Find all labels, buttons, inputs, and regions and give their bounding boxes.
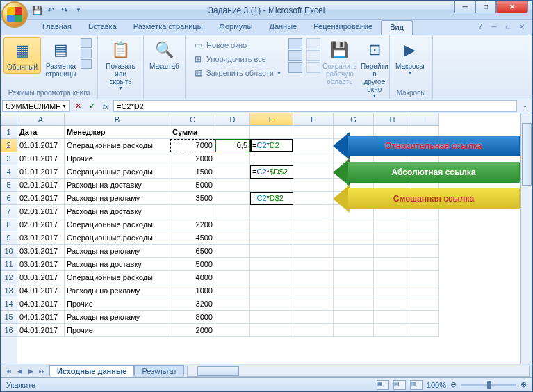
cell-E11[interactable] bbox=[250, 258, 293, 271]
cell-G8[interactable] bbox=[334, 218, 374, 231]
cell-H9[interactable] bbox=[374, 231, 411, 245]
cell-F12[interactable] bbox=[293, 271, 334, 284]
cell-F14[interactable] bbox=[293, 297, 334, 311]
cell-C13[interactable]: 1000 bbox=[170, 284, 215, 297]
row-header-11[interactable]: 11 bbox=[1, 258, 17, 271]
hide-icon[interactable] bbox=[288, 50, 302, 61]
cell-B12[interactable]: Операционные расходы bbox=[65, 271, 170, 284]
doc-close-icon[interactable]: ✕ bbox=[517, 22, 527, 31]
maximize-button[interactable]: □ bbox=[475, 1, 496, 13]
cell-C14[interactable]: 3200 bbox=[170, 297, 215, 311]
tab-home[interactable]: Главная bbox=[34, 20, 80, 35]
cell-F2[interactable] bbox=[293, 139, 334, 152]
row-header-7[interactable]: 7 bbox=[1, 205, 17, 218]
row-header-10[interactable]: 10 bbox=[1, 245, 17, 258]
cell-D2[interactable]: 0,5 bbox=[215, 139, 250, 152]
horizontal-scrollbar[interactable] bbox=[187, 366, 530, 377]
enter-formula-icon[interactable]: ✓ bbox=[85, 100, 98, 112]
cell-C8[interactable]: 2200 bbox=[170, 218, 215, 231]
cell-D14[interactable] bbox=[215, 297, 250, 311]
col-header-A[interactable]: A bbox=[17, 113, 65, 126]
cell-C15[interactable]: 8000 bbox=[170, 311, 215, 324]
cell-D4[interactable] bbox=[215, 165, 250, 179]
normal-view-button[interactable]: ▦ Обычный bbox=[3, 37, 41, 74]
cell-B10[interactable]: Расходы на рекламу bbox=[65, 245, 170, 258]
row-header-5[interactable]: 5 bbox=[1, 179, 17, 192]
cell-A15[interactable]: 04.01.2017 bbox=[17, 311, 65, 324]
show-hide-button[interactable]: 📋 Показать или скрыть ▼ bbox=[101, 37, 140, 92]
cell-E2[interactable]: =C2*D2 bbox=[250, 139, 293, 152]
row-header-9[interactable]: 9 bbox=[1, 231, 17, 245]
close-button[interactable]: ✕ bbox=[496, 1, 528, 13]
cell-E9[interactable] bbox=[250, 231, 293, 245]
cell-A10[interactable]: 03.01.2017 bbox=[17, 245, 65, 258]
name-box[interactable]: СУММЕСЛИМН ▼ bbox=[2, 100, 70, 112]
row-header-3[interactable]: 3 bbox=[1, 152, 17, 165]
redo-icon[interactable]: ↷ bbox=[59, 5, 70, 16]
cell-G13[interactable] bbox=[334, 284, 374, 297]
pagelayout-button[interactable]: ▤ Разметка страницы bbox=[42, 37, 79, 80]
cell-F4[interactable] bbox=[293, 165, 334, 179]
cell-F13[interactable] bbox=[293, 284, 334, 297]
cell-G12[interactable] bbox=[334, 271, 374, 284]
cell-C16[interactable]: 2000 bbox=[170, 324, 215, 337]
sheet-tab-source[interactable]: Исходные данные bbox=[49, 365, 134, 377]
col-header-F[interactable]: F bbox=[293, 113, 334, 126]
office-button[interactable] bbox=[1, 1, 28, 28]
cell-E1[interactable] bbox=[250, 126, 293, 139]
cell-A1[interactable]: Дата bbox=[17, 126, 65, 139]
cell-B9[interactable]: Операционные расходы bbox=[65, 231, 170, 245]
save-icon[interactable]: 💾 bbox=[31, 5, 42, 16]
cell-A6[interactable]: 02.01.2017 bbox=[17, 192, 65, 205]
row-header-14[interactable]: 14 bbox=[1, 297, 17, 311]
cell-F11[interactable] bbox=[293, 258, 334, 271]
macros-button[interactable]: ▶ Макросы ▼ bbox=[393, 37, 427, 77]
new-window-button[interactable]: ▭Новое окно bbox=[190, 38, 284, 52]
doc-minimize-icon[interactable]: ─ bbox=[489, 22, 499, 31]
cell-D6[interactable] bbox=[215, 192, 250, 205]
tab-formulas[interactable]: Формулы bbox=[211, 20, 261, 35]
cell-E5[interactable] bbox=[250, 179, 293, 192]
cell-A9[interactable]: 03.01.2017 bbox=[17, 231, 65, 245]
grid[interactable]: Относительная ссылка Абсолютная ссылка С… bbox=[17, 126, 520, 337]
zoom-out-icon[interactable]: ⊖ bbox=[450, 380, 457, 389]
expand-formula-icon[interactable]: ⌄ bbox=[518, 100, 531, 112]
cell-A12[interactable]: 03.01.2017 bbox=[17, 271, 65, 284]
cell-E13[interactable] bbox=[250, 284, 293, 297]
col-header-H[interactable]: H bbox=[374, 113, 411, 126]
view-sidebyside-icon[interactable] bbox=[306, 38, 320, 49]
row-header-15[interactable]: 15 bbox=[1, 311, 17, 324]
cell-B5[interactable]: Расходы на доставку bbox=[65, 179, 170, 192]
cell-G14[interactable] bbox=[334, 297, 374, 311]
cell-C10[interactable]: 6500 bbox=[170, 245, 215, 258]
cell-A11[interactable]: 03.01.2017 bbox=[17, 258, 65, 271]
col-header-B[interactable]: B bbox=[65, 113, 170, 126]
freeze-button[interactable]: ▦Закрепить области▼ bbox=[190, 66, 284, 80]
help-icon[interactable]: ? bbox=[475, 22, 485, 31]
fx-icon[interactable]: fx bbox=[99, 100, 112, 112]
hscroll-thumb[interactable] bbox=[197, 366, 239, 376]
cell-B11[interactable]: Расходы на доставку bbox=[65, 258, 170, 271]
cell-D10[interactable] bbox=[215, 245, 250, 258]
cell-E3[interactable] bbox=[250, 152, 293, 165]
col-header-C[interactable]: C bbox=[170, 113, 215, 126]
vscroll-thumb[interactable] bbox=[522, 123, 532, 186]
row-header-13[interactable]: 13 bbox=[1, 284, 17, 297]
cell-C2[interactable]: 7000 bbox=[170, 139, 215, 152]
cell-C11[interactable]: 5000 bbox=[170, 258, 215, 271]
zoom-slider[interactable] bbox=[461, 384, 516, 386]
cell-E10[interactable] bbox=[250, 245, 293, 258]
doc-restore-icon[interactable]: ▭ bbox=[503, 22, 513, 31]
cell-D3[interactable] bbox=[215, 152, 250, 165]
cell-G15[interactable] bbox=[334, 311, 374, 324]
cell-E7[interactable] bbox=[250, 205, 293, 218]
cell-I8[interactable] bbox=[411, 218, 439, 231]
cell-D5[interactable] bbox=[215, 179, 250, 192]
cell-I11[interactable] bbox=[411, 258, 439, 271]
cell-I9[interactable] bbox=[411, 231, 439, 245]
cell-A4[interactable]: 01.01.2017 bbox=[17, 165, 65, 179]
switch-window-button[interactable]: ⊡ Перейти в другое окно ▼ bbox=[358, 37, 391, 100]
arrange-button[interactable]: ⊞Упорядочить все bbox=[190, 52, 284, 66]
cell-A14[interactable]: 04.01.2017 bbox=[17, 297, 65, 311]
cell-F5[interactable] bbox=[293, 179, 334, 192]
